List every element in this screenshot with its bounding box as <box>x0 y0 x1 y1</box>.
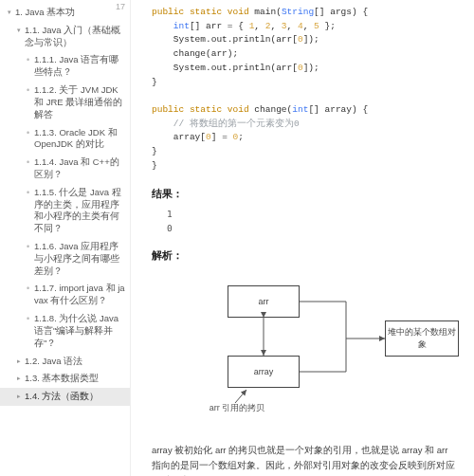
kw: public <box>152 7 184 17</box>
chevron-right-icon: ▸ <box>17 356 25 365</box>
sidebar-item-label: 1.1.1. Java 语言有哪些特点？ <box>34 54 126 79</box>
sidebar-item-label: 1.2. Java 语法 <box>25 356 126 368</box>
sidebar-item-0[interactable]: ▾1. Java 基本功 <box>0 4 130 22</box>
sidebar-item-label: 1.1. Java 入门（基础概念与常识） <box>25 25 126 49</box>
sidebar-item-11[interactable]: ▸1.3. 基本数据类型 <box>0 370 130 388</box>
bullet-icon: • <box>27 283 34 294</box>
chevron-right-icon: ▸ <box>17 391 25 400</box>
chevron-down-icon: ▾ <box>17 25 25 34</box>
sidebar-item-label: 1.1.4. Java 和 C++的区别？ <box>34 156 126 181</box>
sidebar-item-5[interactable]: •1.1.4. Java 和 C++的区别？ <box>0 154 130 184</box>
sidebar-item-label: 1.1.2. 关于 JVM JDK 和 JRE 最详细通俗的解答 <box>34 84 126 120</box>
main-content: public static void main(String[] args) {… <box>131 0 474 476</box>
sidebar-item-label: 1.1.3. Oracle JDK 和 OpenJDK 的对比 <box>34 127 126 152</box>
bullet-icon: • <box>27 54 34 65</box>
sidebar-item-label: 1.4. 方法（函数） <box>25 391 126 403</box>
sidebar-item-12[interactable]: ▸1.4. 方法（函数） <box>0 388 130 406</box>
sidebar-item-8[interactable]: •1.1.7. import java 和 javax 有什么区别？ <box>0 280 130 310</box>
page-number: 17 <box>116 2 125 11</box>
sidebar-item-label: 1.1.8. 为什么说 Java 语言"编译与解释并存"？ <box>34 313 126 349</box>
diagram-box-array: array <box>228 356 300 388</box>
sidebar-item-label: 1.1.6. Java 应用程序与小程序之间有哪些差别？ <box>34 241 126 277</box>
sidebar-item-1[interactable]: ▾1.1. Java 入门（基础概念与常识） <box>0 22 130 52</box>
sidebar-item-7[interactable]: •1.1.6. Java 应用程序与小程序之间有哪些差别？ <box>0 238 130 280</box>
svg-line-3 <box>235 390 246 403</box>
bullet-icon: • <box>27 84 34 96</box>
diagram-box-arr: arr <box>228 285 300 318</box>
sidebar-item-2[interactable]: •1.1.1. Java 语言有哪些特点？ <box>0 51 130 82</box>
chevron-right-icon: ▸ <box>17 373 25 382</box>
diagram-box-heap: 堆中的某个数组对象 <box>385 320 459 357</box>
diagram-label-copy: arr 引用的拷贝 <box>209 403 265 414</box>
result-heading: 结果： <box>152 187 459 201</box>
sidebar: 17 ▾1. Java 基本功▾1.1. Java 入门（基础概念与常识）•1.… <box>0 0 131 476</box>
bullet-icon: • <box>27 241 34 252</box>
sidebar-item-6[interactable]: •1.1.5. 什么是 Java 程序的主类，应用程序和小程序的主类有何不同？ <box>0 184 130 238</box>
bullet-icon: • <box>27 156 34 168</box>
result-output: 1 0 <box>152 207 459 235</box>
bullet-icon: • <box>27 313 34 324</box>
code-block: public static void main(String[] args) {… <box>152 6 459 174</box>
sidebar-item-3[interactable]: •1.1.2. 关于 JVM JDK 和 JRE 最详细通俗的解答 <box>0 82 130 123</box>
analysis-heading: 解析： <box>152 248 459 263</box>
sidebar-item-label: 1.1.7. import java 和 javax 有什么区别？ <box>34 283 126 307</box>
chevron-down-icon: ▾ <box>8 7 15 16</box>
sidebar-item-9[interactable]: •1.1.8. 为什么说 Java 语言"编译与解释并存"？ <box>0 310 130 352</box>
sidebar-item-10[interactable]: ▸1.2. Java 语法 <box>0 353 130 371</box>
sidebar-item-4[interactable]: •1.1.3. Oracle JDK 和 OpenJDK 的对比 <box>0 124 130 155</box>
bullet-icon: • <box>27 127 34 138</box>
bullet-icon: • <box>27 187 34 198</box>
sidebar-item-label: 1.1.5. 什么是 Java 程序的主类，应用程序和小程序的主类有何不同？ <box>34 187 126 235</box>
paragraph-1: array 被初始化 arr 的拷贝也就是一个对象的引用，也就是说 array … <box>152 443 459 476</box>
reference-diagram: arr array 堆中的某个数组对象 arr 引用的拷贝 <box>152 268 465 430</box>
sidebar-item-label: 1.3. 基本数据类型 <box>25 373 126 385</box>
sidebar-item-label: 1. Java 基本功 <box>15 7 126 19</box>
